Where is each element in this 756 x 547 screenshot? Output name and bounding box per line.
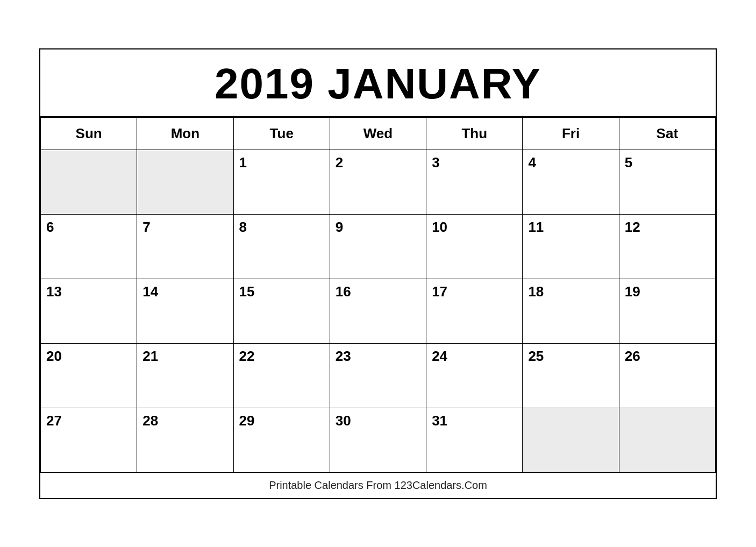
calendar-day-cell: 18	[523, 279, 619, 343]
calendar-container: 2019 JANUARY SunMonTueWedThuFriSat 12345…	[39, 48, 717, 499]
calendar-day-cell: 17	[426, 279, 523, 343]
calendar-day-cell: 11	[523, 214, 619, 279]
calendar-day-cell	[619, 408, 715, 472]
calendar-day-cell: 8	[233, 214, 330, 279]
weekday-header-fri: Fri	[523, 117, 619, 150]
calendar: 2019 JANUARY SunMonTueWedThuFriSat 12345…	[39, 48, 717, 499]
calendar-day-cell: 25	[523, 343, 619, 408]
calendar-day-cell: 14	[137, 279, 233, 343]
calendar-day-cell: 2	[330, 150, 426, 214]
calendar-day-cell: 22	[233, 343, 330, 408]
calendar-day-cell: 16	[330, 279, 426, 343]
calendar-week-row: 12345	[41, 150, 716, 214]
weekday-header-sat: Sat	[619, 117, 715, 150]
calendar-day-cell: 24	[426, 343, 523, 408]
calendar-day-cell: 26	[619, 343, 715, 408]
calendar-day-cell: 15	[233, 279, 330, 343]
calendar-day-cell: 7	[137, 214, 233, 279]
calendar-day-cell	[523, 408, 619, 472]
calendar-grid: SunMonTueWedThuFriSat 123456789101112131…	[40, 117, 716, 473]
calendar-day-cell: 23	[330, 343, 426, 408]
calendar-week-row: 13141516171819	[41, 279, 716, 343]
calendar-day-cell: 28	[137, 408, 233, 472]
calendar-day-cell: 30	[330, 408, 426, 472]
calendar-day-cell: 29	[233, 408, 330, 472]
calendar-day-cell: 12	[619, 214, 715, 279]
weekday-header-thu: Thu	[426, 117, 523, 150]
calendar-footer: Printable Calendars From 123Calendars.Co…	[40, 473, 716, 498]
weekday-header-row: SunMonTueWedThuFriSat	[41, 117, 716, 150]
calendar-title: 2019 JANUARY	[40, 49, 716, 117]
weekday-header-wed: Wed	[330, 117, 426, 150]
calendar-day-cell: 20	[41, 343, 137, 408]
calendar-day-cell: 4	[523, 150, 619, 214]
calendar-day-cell: 13	[41, 279, 137, 343]
calendar-day-cell: 31	[426, 408, 523, 472]
weekday-header-mon: Mon	[137, 117, 233, 150]
calendar-week-row: 2728293031	[41, 408, 716, 472]
calendar-day-cell: 6	[41, 214, 137, 279]
calendar-day-cell	[41, 150, 137, 214]
calendar-day-cell: 3	[426, 150, 523, 214]
weekday-header-sun: Sun	[41, 117, 137, 150]
weekday-header-tue: Tue	[233, 117, 330, 150]
calendar-day-cell: 9	[330, 214, 426, 279]
calendar-day-cell: 27	[41, 408, 137, 472]
calendar-day-cell: 1	[233, 150, 330, 214]
calendar-week-row: 20212223242526	[41, 343, 716, 408]
calendar-day-cell: 21	[137, 343, 233, 408]
calendar-day-cell: 5	[619, 150, 715, 214]
calendar-day-cell: 10	[426, 214, 523, 279]
calendar-week-row: 6789101112	[41, 214, 716, 279]
calendar-day-cell: 19	[619, 279, 715, 343]
calendar-day-cell	[137, 150, 233, 214]
